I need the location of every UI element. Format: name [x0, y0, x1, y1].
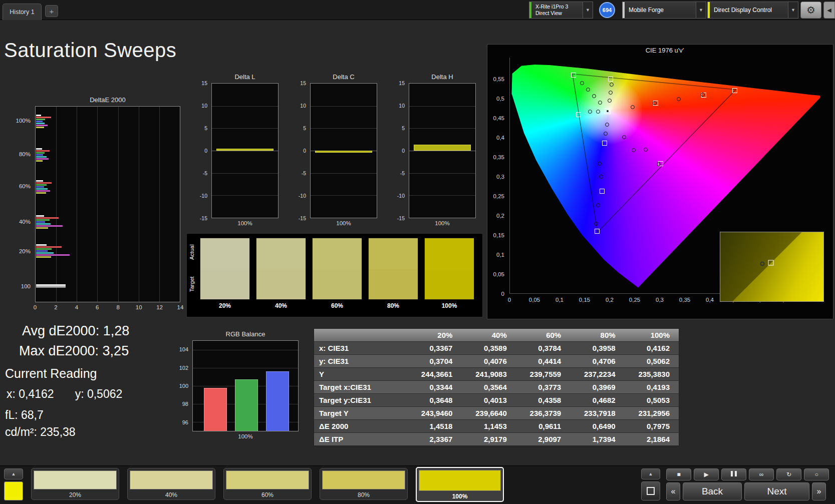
- table-cell: 0,3773: [516, 383, 570, 391]
- table-cell: 0,7975: [625, 422, 679, 430]
- actual-target-swatch: [200, 238, 250, 300]
- inset-target-marker: [768, 260, 773, 265]
- chevron-down-icon[interactable]: ▼: [696, 2, 706, 18]
- prev-chevron-button[interactable]: «: [666, 482, 680, 500]
- deltae2000-chart: DeltaE 2000 100%80%60%40%20%100 02468101…: [14, 96, 182, 317]
- y-axis-labels: 151050-5-10-15: [196, 83, 209, 218]
- swatch-columns: 20%40%60%80%100%: [200, 238, 480, 314]
- target-swatch: [369, 269, 418, 299]
- axis-tick-label: 0,1: [555, 297, 564, 303]
- table-row: Target y:CIE310,36480,40130,43580,46820,…: [314, 394, 679, 407]
- expand-left-button[interactable]: ▲: [4, 468, 23, 479]
- y-axis-labels: 00,050,10,150,20,250,30,350,40,450,50,55: [487, 58, 507, 294]
- cdm2-reading: cd/m²: 235,38: [5, 425, 76, 439]
- table-cell: 231,2956: [625, 409, 679, 417]
- gridline: [159, 107, 160, 302]
- plot-area: [211, 83, 279, 218]
- color-zoom-inset: [720, 232, 824, 302]
- axis-tick-label: 0: [34, 304, 37, 310]
- axis-tick-label: 0,2: [496, 213, 504, 219]
- gridline: [409, 173, 475, 174]
- chart-title: Delta H: [409, 73, 476, 81]
- table-cell: 0,4358: [516, 396, 570, 404]
- measured-marker: [653, 101, 657, 105]
- deltae-bar: [36, 227, 48, 229]
- table-cell: 2,3367: [407, 435, 461, 443]
- current-color-swatch[interactable]: [4, 481, 23, 500]
- deltae-bar: [36, 160, 43, 162]
- saturation-level-button-100[interactable]: 100%: [416, 467, 504, 502]
- axis-tick-label: 0,05: [529, 297, 540, 303]
- source-name: Mobile Forge: [629, 7, 692, 14]
- row-label: y: CIE31: [314, 357, 407, 365]
- axis-tick-label: 0: [303, 148, 306, 154]
- inset-shade: [720, 232, 823, 301]
- display-control-selector[interactable]: Direct Display Control ▼: [707, 2, 798, 19]
- axis-tick-label: 0: [501, 291, 504, 297]
- deltae-bar: [36, 119, 45, 120]
- axis-tick-label: -15: [200, 215, 207, 221]
- expand-right-button[interactable]: ▲: [641, 468, 660, 479]
- level-label: 40%: [130, 491, 213, 498]
- page-title: Saturation Sweeps: [4, 39, 176, 62]
- gridline: [212, 195, 278, 196]
- deltae-bar: [36, 225, 63, 227]
- continuous-button[interactable]: ∞: [749, 468, 774, 480]
- next-button[interactable]: Next: [744, 482, 809, 500]
- gridline: [212, 173, 278, 174]
- pause-button[interactable]: [721, 468, 746, 480]
- meter-name: X-Rite i1Pro 3: [535, 4, 579, 10]
- gridline: [212, 151, 278, 151]
- table-cell: 239,6640: [461, 409, 515, 417]
- measured-marker: [599, 175, 603, 179]
- table-cell: 0,3344: [407, 383, 461, 391]
- table-cell: 1,4518: [407, 422, 461, 430]
- table-cell: 235,3830: [625, 370, 679, 378]
- axis-tick-label: 20%: [19, 248, 31, 254]
- double-chevron-right-icon: »: [817, 487, 821, 496]
- axis-tick-label: 100%: [16, 118, 31, 124]
- axis-tick-label: 5: [204, 125, 207, 131]
- saturation-level-button-20[interactable]: 20%: [31, 468, 119, 500]
- axis-tick-label: 5: [303, 125, 306, 131]
- level-swatch: [130, 470, 213, 489]
- plot-area: [192, 340, 299, 431]
- measured-marker: [608, 99, 612, 103]
- saturation-level-button-40[interactable]: 40%: [127, 468, 215, 500]
- deltae-bar: [36, 156, 47, 158]
- table-cell: 0,4013: [461, 396, 515, 404]
- meter-selector[interactable]: X-Rite i1Pro 3 Direct View ▼: [529, 2, 593, 19]
- actual-target-swatch: [368, 238, 418, 300]
- table-cell: 0,4682: [570, 396, 624, 404]
- measurement-count-badge[interactable]: 694: [599, 2, 615, 18]
- chevron-down-icon[interactable]: ▼: [788, 2, 798, 18]
- axis-tick-label: 102: [179, 365, 188, 371]
- x-reading: x: 0,4162: [7, 387, 54, 401]
- next-chevron-button[interactable]: »: [812, 482, 826, 500]
- source-selector[interactable]: Mobile Forge ▼: [622, 2, 706, 19]
- add-tab-button[interactable]: +: [45, 5, 58, 17]
- stop-button[interactable]: ■: [666, 468, 691, 480]
- deltae-bar: [36, 221, 45, 223]
- saturation-level-button-60[interactable]: 60%: [223, 468, 312, 500]
- deltae-bar: [36, 256, 51, 258]
- table-cell: 0,6490: [570, 422, 624, 430]
- axis-tick-label: 15: [300, 80, 306, 86]
- delta-bar: [216, 149, 273, 151]
- play-button[interactable]: ▶: [694, 468, 719, 480]
- row-label: Target Y: [314, 409, 407, 417]
- back-button[interactable]: Back: [683, 482, 742, 500]
- pattern-window-button[interactable]: [641, 481, 660, 500]
- panel-collapse-button[interactable]: ◀: [823, 2, 835, 19]
- axis-tick-label: 0,4: [496, 135, 504, 141]
- history-tab[interactable]: History 1: [3, 4, 42, 20]
- table-cell: 0,3784: [516, 344, 570, 352]
- settings-gear-button[interactable]: ⚙: [800, 2, 821, 19]
- axis-tick-label: 0,2: [606, 297, 614, 303]
- saturation-level-button-80[interactable]: 80%: [320, 468, 408, 500]
- repeat-button[interactable]: ↻: [776, 468, 801, 480]
- deltae-bar: [36, 123, 45, 124]
- chevron-down-icon[interactable]: ▼: [583, 2, 593, 18]
- record-button[interactable]: ○: [804, 468, 829, 480]
- table-row: Target x:CIE310,33440,35640,37730,39690,…: [314, 381, 679, 394]
